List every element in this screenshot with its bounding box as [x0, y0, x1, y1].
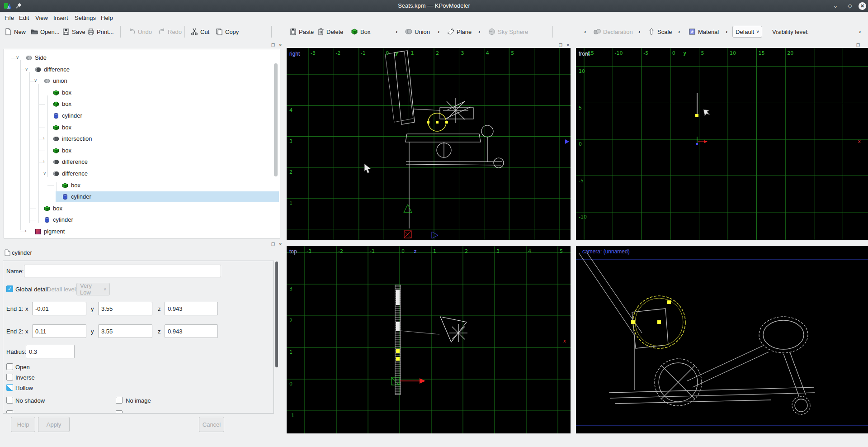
clipped-checkbox[interactable] [6, 410, 13, 414]
help-button[interactable]: Help [11, 417, 35, 432]
minimize-button[interactable]: ⌄ [831, 2, 840, 10]
selected-cylinder-highlight [427, 113, 448, 131]
ruler-label: 5 [511, 50, 514, 56]
toolbar-extension-chevron[interactable]: › [859, 28, 861, 35]
insert-chevron-icon[interactable]: › [726, 28, 727, 35]
object-tree-scrollbar[interactable] [274, 63, 278, 176]
detail-level-dropdown[interactable]: Very Low˅ [76, 283, 110, 295]
insert-chevron-icon[interactable]: › [396, 28, 397, 35]
viewport-front-canvas: x [576, 48, 868, 240]
tree-item-box[interactable]: box [62, 89, 71, 96]
material-button[interactable]: Material [689, 26, 719, 37]
open-checkbox[interactable] [6, 363, 13, 370]
tree-item-box[interactable]: box [53, 205, 62, 212]
end2-label: End 2: [6, 328, 24, 335]
insert-chevron-icon[interactable]: › [438, 28, 439, 35]
declaration-button[interactable]: Declaration [594, 26, 633, 37]
viewport-h-splitter[interactable] [287, 240, 868, 246]
tree-item-difference[interactable]: difference [44, 66, 70, 73]
copy-button[interactable]: Copy [216, 26, 239, 37]
cut-button[interactable]: Cut [191, 26, 209, 37]
no-shadow-checkbox[interactable] [6, 397, 13, 404]
tree-item-box[interactable]: box [62, 124, 71, 131]
tree-item-box[interactable]: box [71, 182, 80, 189]
save-button[interactable]: Save [62, 26, 85, 37]
redo-button[interactable]: Redo [158, 26, 182, 37]
properties-scrollbar[interactable] [275, 262, 278, 367]
tree-item-intersection[interactable]: intersection [62, 135, 92, 142]
skysphere-button[interactable]: Sky Sphere [488, 26, 528, 37]
tree-item-cylinder[interactable]: cylinder [71, 193, 91, 200]
main-splitter[interactable] [283, 39, 287, 447]
menu-file[interactable]: File [5, 14, 14, 21]
open-button[interactable]: Open... [31, 26, 60, 37]
tree-item-box[interactable]: box [62, 100, 71, 107]
name-input[interactable] [24, 265, 221, 277]
end2-x-label: x [25, 328, 28, 335]
ruler-label: -10 [579, 214, 587, 220]
insert-chevron-icon[interactable]: › [584, 28, 586, 35]
default-visibility-dropdown[interactable]: Default˅ [732, 26, 762, 38]
selection-handle [695, 114, 698, 117]
tree-branch-guide [38, 151, 45, 151]
print-button[interactable]: Print... [87, 26, 114, 37]
scale-button[interactable]: Scale [648, 26, 672, 37]
global-detail-checkbox[interactable] [6, 285, 13, 292]
end2-x-input[interactable] [32, 324, 86, 338]
expander-open-icon[interactable]: ∨ [25, 67, 28, 71]
union-button[interactable]: Union [405, 26, 430, 37]
expander-closed-icon[interactable]: › [43, 159, 44, 164]
end1-x-input[interactable] [32, 302, 86, 315]
tree-item-difference[interactable]: difference [62, 158, 88, 165]
end2-z-input[interactable] [165, 324, 218, 338]
insert-chevron-icon[interactable]: › [638, 28, 640, 35]
ruler-label: -2 [338, 248, 343, 254]
new-button[interactable]: New [5, 26, 26, 37]
tree-item-pigment[interactable]: pigment [44, 228, 65, 235]
inverse-checkbox[interactable] [6, 374, 13, 380]
tree-item-cylinder[interactable]: cylinder [62, 112, 82, 119]
expander-closed-icon[interactable]: › [25, 228, 26, 233]
right-view-dock-controls[interactable]: ❐ ✕ [559, 43, 571, 48]
ruler-label: -5 [643, 50, 648, 56]
viewport-right-label: right [289, 51, 300, 57]
clipped-checkbox[interactable] [116, 410, 123, 414]
undo-button[interactable]: Undo [128, 26, 152, 37]
paste-button[interactable]: Paste [289, 26, 314, 37]
expander-open-icon[interactable]: ∨ [43, 171, 46, 176]
radius-label: Radius: [6, 348, 26, 355]
box-button[interactable]: Box [351, 26, 370, 37]
tree-item-union[interactable]: union [53, 77, 67, 84]
no-image-checkbox[interactable] [116, 397, 123, 404]
selection-handle [396, 357, 400, 361]
tree-dock-controls[interactable]: ❐ ✕ [271, 43, 283, 48]
end1-y-input[interactable] [98, 302, 152, 315]
tree-item-cylinder[interactable]: cylinder [53, 216, 73, 223]
menu-view[interactable]: View [35, 14, 48, 21]
menu-settings[interactable]: Settings [75, 14, 96, 21]
close-button[interactable]: ✕ [859, 2, 866, 10]
delete-button[interactable]: Delete [317, 26, 344, 37]
properties-dock-controls[interactable]: ❐ ✕ [271, 242, 283, 247]
end1-z-input[interactable] [165, 302, 218, 315]
cancel-button[interactable]: Cancel [199, 417, 224, 432]
expander-open-icon[interactable]: ∨ [16, 55, 19, 60]
menu-insert[interactable]: Insert [53, 14, 68, 21]
tree-item-box[interactable]: box [62, 147, 71, 154]
radius-input[interactable] [26, 345, 75, 358]
maximize-button[interactable]: ◇ [845, 2, 854, 10]
menu-help[interactable]: Help [101, 14, 113, 21]
expander-closed-icon[interactable]: › [43, 136, 44, 141]
insert-chevron-icon[interactable]: › [678, 28, 680, 35]
plane-button[interactable]: Plane [447, 26, 472, 37]
end2-y-input[interactable] [98, 324, 152, 338]
insert-chevron-icon[interactable]: › [478, 28, 480, 35]
tree-item-difference[interactable]: difference [62, 170, 88, 177]
menu-edit[interactable]: Edit [19, 14, 29, 21]
hollow-checkbox[interactable] [6, 384, 13, 391]
expander-open-icon[interactable]: ∨ [34, 78, 37, 83]
union-icon [44, 78, 50, 84]
tree-item-Side[interactable]: Side [35, 54, 47, 61]
object-tree[interactable]: ∨Side∨difference∨unionboxboxcylinderbox›… [4, 49, 280, 238]
apply-button[interactable]: Apply [38, 417, 70, 432]
